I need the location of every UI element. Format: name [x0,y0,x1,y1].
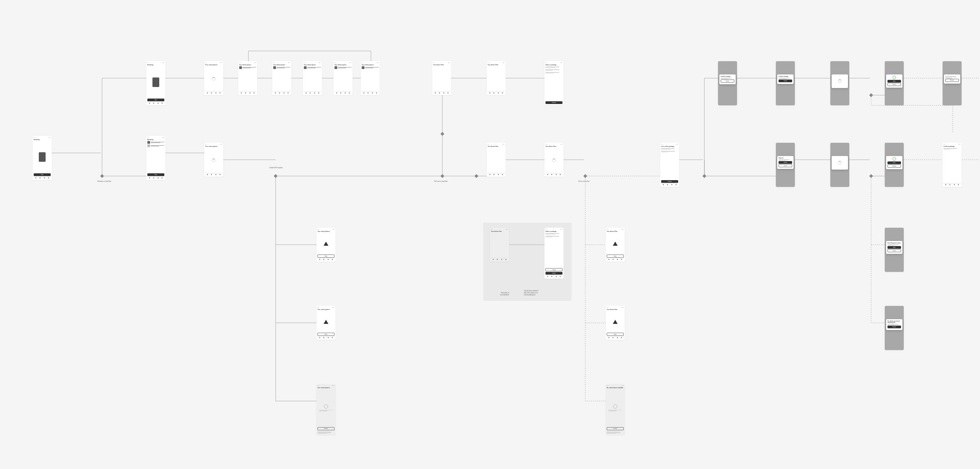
svg-rect-5 [583,174,587,178]
screen-try-sub-4[interactable]: 9:41100% Try a Subscription [334,61,353,95]
screen-confirm-dialog-2[interactable]: Confirm package Confirm [776,61,795,105]
empty-icon [613,404,617,409]
svg-rect-1 [274,174,277,178]
screen-confirm-spinner [830,61,850,105]
screen-select-package[interactable]: 9:41100% Select a package Continue [544,61,563,105]
screen-bookings-entry[interactable]: 9:41100% Bookings Open [33,136,52,180]
check-icon [892,76,896,79]
svg-rect-0 [100,174,104,178]
screen-subs-loading: 9:41100% Your subscriptions [204,143,223,177]
screen-error-1[interactable]: 9:41100% Your subscriptions Retry [317,228,336,262]
screen-error-4[interactable]: 9:41100% Your Active Plan Retry [606,306,625,340]
screen-confirm-success[interactable]: Done Go back [885,61,904,105]
open-button[interactable]: Open [34,173,51,176]
empty-icon [324,404,328,409]
screen-active-plan-loading: 9:41100% Your Active Plan [544,143,563,177]
screen-payment-spinner [830,143,850,187]
screen-no-sub-1[interactable]: 9:41100% Your subscriptions Go back [317,384,336,435]
label-loading: Detail API loaded [269,166,282,169]
screen-payment-dialog[interactable]: Payment Confirm Cancel [776,143,795,187]
screen-payment-error-1[interactable]: Something went wrong Retry Cancel [885,228,904,272]
label-not-part-1st: Not part of 1st iteration [500,292,509,296]
booking-thumb [153,78,159,87]
screen-try-sub-5[interactable]: 9:41100% Try a Subscription [361,61,380,95]
title: Bookings [34,139,51,140]
screen-bookings-list[interactable]: 9:41100% Bookings Open [146,136,165,180]
svg-rect-7 [869,93,873,97]
warning-icon [324,242,328,246]
booking-card-thumb [39,152,46,162]
label-not-member: Not yet a member [434,180,448,182]
screen-payment-error-2[interactable]: No vehicle was found matching this Go ba… [885,306,904,350]
svg-rect-3 [440,174,444,178]
spinner-icon [838,161,842,165]
screen-try-sub-1[interactable]: 9:41100% Try a Subscription [238,61,257,95]
screen-active-plan-2[interactable]: 9:41100% Your Active Plan [487,61,506,95]
svg-rect-4 [474,174,478,178]
label-could-check: Could also check if the user owns it in … [524,290,538,296]
screen-active-plan-deferred: 9:41100% Your Active Plan [490,228,509,262]
screen-confirm-msg[interactable]: Go back [943,61,962,105]
screen-payment-success[interactable]: Done Go back [885,143,904,187]
screen-no-sub-2[interactable]: 9:41100% No subscription available Go ba… [606,384,625,435]
screen-try-sub-2[interactable]: 9:41100% Try a Subscription [272,61,291,95]
screen-error-2[interactable]: 9:41100% Your subscriptions Retry [317,306,336,340]
warning-icon [613,242,617,246]
open-button[interactable]: Open [147,173,164,176]
svg-rect-8 [869,174,873,178]
screen-package-check[interactable]: 9:41100% Let's check package Continue [660,143,679,187]
spinner-icon [212,77,215,81]
screen-select-package-2[interactable]: 9:41100% Select a package Change Confirm [544,228,563,279]
spinner-icon [838,79,842,83]
screen-error-3[interactable]: 9:41100% Your Active Plan Retry [606,228,625,262]
tabbar[interactable] [34,176,51,179]
svg-rect-2 [440,132,444,136]
svg-rect-6 [702,174,706,178]
warning-icon [324,320,328,324]
screen-active-plan-1[interactable]: 9:41100% Your Active Plan [432,61,451,95]
screen-confirm-dialog-1[interactable]: Confirm package Cancel [718,61,737,105]
spinner-icon [212,159,215,162]
screen-bookings-alt[interactable]: 9:41100% Bookings Open [146,61,165,105]
screen-active-plan-3[interactable]: 9:41100% Your Active Plan [487,143,506,177]
warning-icon [613,320,617,324]
spinner-icon [552,159,556,162]
check-icon [892,157,896,161]
label-error: Error occurred [579,180,589,182]
screen-summary-1[interactable]: 9:41100% Confirm package [943,143,962,187]
screen-try-sub-3[interactable]: 9:41100% Try a Subscription [303,61,322,95]
label-already-member: Already a member [97,180,111,182]
screen-subs-loading-2: 9:41100% Your subscriptions [204,61,223,95]
